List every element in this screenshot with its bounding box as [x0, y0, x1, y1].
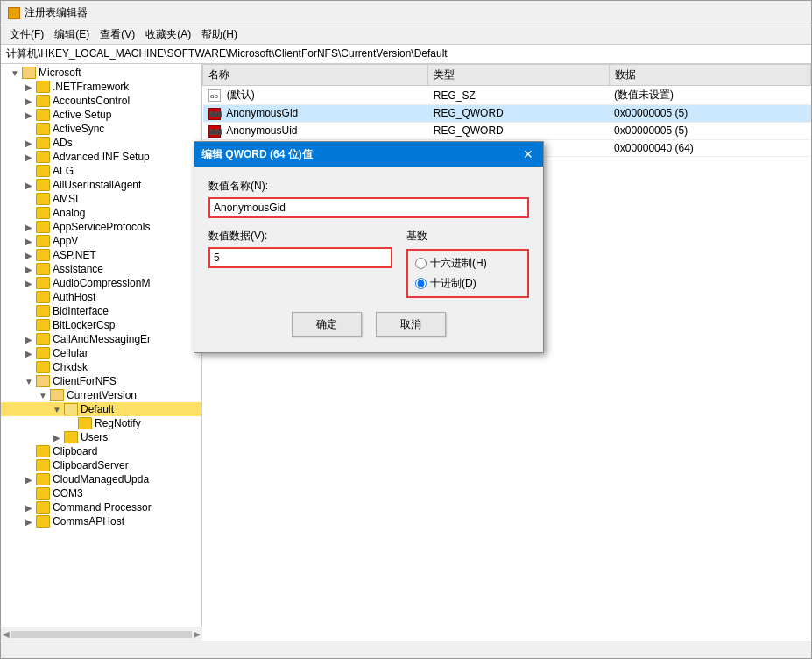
tree-label: CommsAPHost — [53, 515, 124, 528]
folder-icon — [36, 319, 50, 331]
tree-label: Assistance — [53, 263, 103, 275]
menu-file[interactable]: 文件(F) — [4, 26, 49, 43]
scroll-left-arrow[interactable]: ◀ — [3, 629, 10, 639]
tree-label: Advanced INF Setup — [53, 151, 150, 163]
tree-panel[interactable]: ▼ Microsoft ▶ .NETFramework ▶ AccountsCo… — [1, 64, 202, 641]
tree-item-chkdsk[interactable]: Chkdsk — [1, 360, 201, 374]
tree-label: Chkdsk — [53, 361, 88, 373]
tree-item-amsi[interactable]: AMSI — [1, 192, 201, 206]
tree-item-assistance[interactable]: ▶ Assistance — [1, 262, 201, 276]
radio-hex[interactable] — [415, 258, 427, 269]
expand-icon — [22, 307, 36, 316]
tree-label: Microsoft — [39, 67, 81, 79]
tree-label: Users — [81, 431, 108, 443]
expand-icon: ▶ — [50, 433, 64, 443]
radio-dec[interactable] — [415, 278, 427, 289]
title-bar: 注册表编辑器 — [1, 1, 811, 25]
tree-item-appserviceprotocols[interactable]: ▶ AppServiceProtocols — [1, 220, 201, 234]
tree-item-currentversion[interactable]: ▼ CurrentVersion — [1, 388, 201, 402]
table-row[interactable]: ⬛⬛ AnonymousUid REG_QWORD 0x00000005 (5) — [203, 122, 811, 139]
tree-item-clipboard[interactable]: Clipboard — [1, 444, 201, 458]
tree-item-appv[interactable]: ▶ AppV — [1, 234, 201, 248]
tree-item-activesync[interactable]: ActiveSync — [1, 122, 201, 136]
tree-item-analog[interactable]: Analog — [1, 206, 201, 220]
tree-item-clientfornfs[interactable]: ▼ ClientForNFS — [1, 374, 201, 388]
tree-item-audiocompressionm[interactable]: ▶ AudioCompressionM — [1, 276, 201, 290]
menu-help[interactable]: 帮助(H) — [196, 26, 243, 43]
tree-item-clipboardserver[interactable]: ClipboardServer — [1, 458, 201, 472]
radio-hex-option[interactable]: 十六进制(H) — [415, 256, 520, 271]
menu-view[interactable]: 查看(V) — [95, 26, 140, 43]
tree-item-authhost[interactable]: AuthHost — [1, 290, 201, 304]
expand-icon — [22, 363, 36, 372]
tree-item-accountscontrol[interactable]: ▶ AccountsControl — [1, 94, 201, 108]
tree-label: .NETFramework — [53, 81, 129, 93]
cell-data: 0x00000005 (5) — [609, 105, 810, 123]
tree-item-callandmessaginger[interactable]: ▶ CallAndMessagingEr — [1, 332, 201, 346]
scrollbar-track[interactable] — [11, 631, 192, 638]
tree-item-netframework[interactable]: ▶ .NETFramework — [1, 80, 201, 94]
field-name-label: 数值名称(N): — [208, 179, 529, 194]
folder-icon — [36, 291, 50, 303]
cell-name: ⬛⬛ AnonymousGid — [203, 105, 428, 123]
field-data-input[interactable] — [208, 247, 392, 268]
dialog-body: 数值名称(N): 数值数据(V): 基数 十六进制(H) — [194, 167, 543, 352]
table-row[interactable]: ab (默认) REG_SZ (数值未设置) — [203, 86, 811, 105]
cell-name: ⬛⬛ AnonymousUid — [203, 122, 428, 139]
tree-item-ads[interactable]: ▶ ADs — [1, 136, 201, 150]
expand-icon — [22, 489, 36, 499]
col-data: 数据 — [609, 65, 810, 86]
dialog-close-button[interactable]: ✕ — [520, 146, 536, 162]
tree-item-commsaphost[interactable]: ▶ CommsAPHost — [1, 514, 201, 528]
ok-button[interactable]: 确定 — [292, 312, 362, 337]
expand-icon: ▶ — [22, 475, 36, 485]
field-name-input[interactable] — [208, 197, 529, 218]
tree-item-alg[interactable]: ALG — [1, 164, 201, 178]
expand-icon: ▶ — [22, 503, 36, 513]
tree-label: Clipboard — [53, 445, 97, 457]
tree-item-regnotify[interactable]: RegNotify — [1, 416, 201, 430]
tree-label: ActiveSync — [53, 123, 104, 135]
tree-label: CurrentVersion — [67, 389, 137, 401]
table-row[interactable]: ⬛⬛ AnonymousGid REG_QWORD 0x00000005 (5) — [203, 105, 811, 123]
tree-item-com3[interactable]: COM3 — [1, 486, 201, 500]
expand-icon — [22, 209, 36, 218]
app-icon — [8, 7, 20, 19]
folder-icon — [36, 109, 50, 121]
tree-item-bidinterface[interactable]: BidInterface — [1, 304, 201, 318]
bottom-scrollbar[interactable]: ◀ ▶ — [1, 627, 202, 641]
tree-item-default[interactable]: ▼ Default — [1, 402, 201, 416]
folder-icon — [36, 487, 50, 500]
expand-icon: ▶ — [22, 110, 36, 120]
tree-item-cellular[interactable]: ▶ Cellular — [1, 346, 201, 360]
menu-favorites[interactable]: 收藏夹(A) — [140, 26, 196, 43]
menu-edit[interactable]: 编辑(E) — [49, 26, 95, 43]
expand-icon — [64, 419, 78, 429]
folder-icon — [36, 235, 50, 247]
expand-icon: ▶ — [22, 279, 36, 288]
dialog-title: 编辑 QWORD (64 位)值 — [201, 147, 313, 162]
radio-dec-option[interactable]: 十进制(D) — [415, 276, 520, 291]
tree-item-microsoft[interactable]: ▼ Microsoft — [1, 66, 201, 80]
expand-icon: ▶ — [22, 237, 36, 246]
tree-label: ClipboardServer — [53, 459, 129, 471]
expand-icon: ▶ — [22, 349, 36, 358]
window-title: 注册表编辑器 — [25, 5, 88, 20]
tree-item-bitlockercsp[interactable]: BitLockerCsp — [1, 318, 201, 332]
field-name-section: 数值名称(N): — [208, 179, 529, 218]
dialog-row: 数值数据(V): 基数 十六进制(H) 十进制(D) — [208, 229, 529, 298]
tree-item-aspnet[interactable]: ▶ ASP.NET — [1, 248, 201, 262]
cancel-button[interactable]: 取消 — [376, 312, 446, 337]
folder-icon — [36, 165, 50, 177]
scroll-right-arrow[interactable]: ▶ — [194, 629, 201, 639]
tree-item-advanced-inf-setup[interactable]: ▶ Advanced INF Setup — [1, 150, 201, 164]
tree-item-users[interactable]: ▶ Users — [1, 430, 201, 444]
folder-icon — [36, 151, 50, 163]
expand-icon: ▶ — [22, 152, 36, 162]
expand-icon — [22, 461, 36, 471]
tree-item-active-setup[interactable]: ▶ Active Setup — [1, 108, 201, 122]
tree-item-cloudmanagedupda[interactable]: ▶ CloudManagedUpda — [1, 472, 201, 486]
expand-icon: ▼ — [8, 68, 22, 78]
tree-item-commandprocessor[interactable]: ▶ Command Processor — [1, 500, 201, 514]
tree-item-alluserinstallagent[interactable]: ▶ AllUserInstallAgent — [1, 178, 201, 192]
